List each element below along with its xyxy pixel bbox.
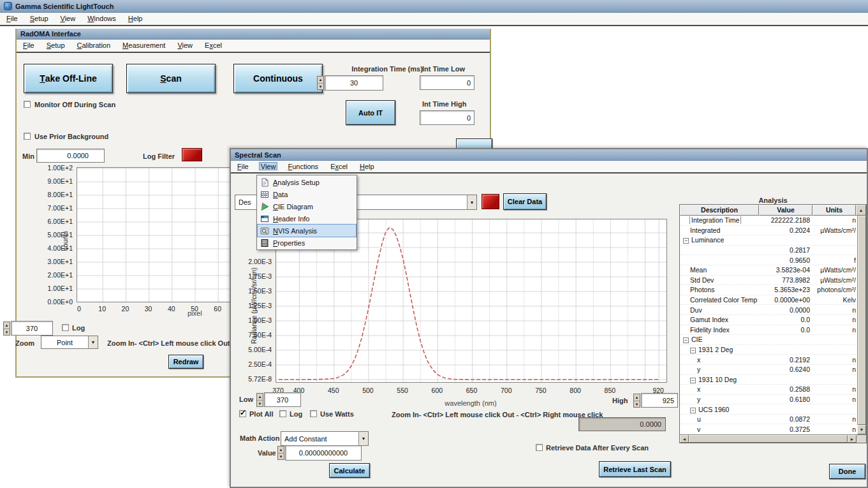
table-row[interactable]: −UCS 1960 <box>680 404 866 415</box>
integration-time-stepper[interactable]: ▲▼ <box>317 76 324 90</box>
math-action-dropdown[interactable]: Add Constant ▼ <box>281 431 369 446</box>
radoma-titlebar[interactable]: RadOMA Interface <box>17 29 490 40</box>
table-row[interactable]: x0.2192n <box>680 355 866 365</box>
take-offline-button[interactable]: Take Off-Line <box>24 64 113 93</box>
int-time-high-label: Int Time High <box>422 100 466 108</box>
high-field[interactable]: 925 <box>641 393 678 408</box>
value-cell: 0.9650 <box>759 256 813 264</box>
table-row[interactable]: x0.2588n <box>680 385 866 395</box>
low-stepper[interactable]: ▲▼ <box>256 393 263 407</box>
menu-excel[interactable]: Excel <box>203 41 223 49</box>
table-row[interactable]: y0.6180n <box>680 395 866 405</box>
column-header-value[interactable]: Value <box>759 205 813 216</box>
menu-windows[interactable]: Windows <box>86 15 117 22</box>
view-menu-item-header-info[interactable]: Header Info <box>258 212 356 225</box>
column-header-units[interactable]: Units <box>813 205 856 216</box>
menu-file[interactable]: File <box>5 15 19 22</box>
tree-collapse-icon[interactable]: − <box>683 337 689 343</box>
zoom-mode-dropdown[interactable]: Point ▼ <box>41 336 98 349</box>
tree-collapse-icon[interactable]: − <box>690 378 696 383</box>
table-row[interactable]: u0.0872n <box>680 415 866 425</box>
low-field[interactable]: 370 <box>264 392 301 407</box>
menu-file[interactable]: File <box>236 163 250 170</box>
column-header-description[interactable]: Description <box>680 205 759 216</box>
menu-help[interactable]: Help <box>127 15 144 22</box>
units-cell: n <box>813 356 857 364</box>
done-button[interactable]: Done <box>829 464 865 479</box>
view-menu-item-cie-diagram[interactable]: CIE Diagram <box>258 200 356 212</box>
retrieve-last-scan-button[interactable]: Retrieve Last Scan <box>599 461 671 477</box>
table-row[interactable]: Duv0.0000n <box>680 305 866 315</box>
main-titlebar[interactable]: Gamma Scientific LightTouch <box>0 0 868 13</box>
vertical-scrollbar[interactable] <box>857 216 866 425</box>
menu-functions[interactable]: Functions <box>286 163 320 170</box>
analysis-setup-icon <box>260 178 269 187</box>
view-menu-item-nvis-analysis[interactable]: NVIS Analysis <box>258 225 356 237</box>
log-checkbox[interactable] <box>279 410 286 417</box>
menu-view[interactable]: View <box>176 41 194 49</box>
horizontal-scrollbar[interactable]: ◄ ► <box>680 434 866 443</box>
view-menu-item-properties[interactable]: Properties <box>258 237 356 249</box>
table-row[interactable]: −Luminance <box>680 235 866 246</box>
tree-collapse-icon[interactable]: − <box>683 238 689 244</box>
table-row[interactable]: Gamut Index0.0n <box>680 315 866 325</box>
menu-setup[interactable]: Setup <box>45 41 66 49</box>
log-label: Log <box>72 324 85 332</box>
menu-measurement[interactable]: Measurement <box>121 41 166 49</box>
menu-file[interactable]: File <box>22 41 36 49</box>
menu-excel[interactable]: Excel <box>329 163 349 170</box>
scrollbar-left-button[interactable]: ◄ <box>680 435 689 443</box>
continuous-button[interactable]: Continuous <box>233 64 323 93</box>
table-row[interactable]: −1931 2 Deg <box>680 345 866 355</box>
use-prior-background-checkbox[interactable] <box>24 133 31 140</box>
table-row[interactable]: −1931 10 Deg <box>680 375 866 385</box>
table-row[interactable]: −CIE <box>680 335 866 345</box>
menu-help[interactable]: Help <box>358 163 376 170</box>
integration-time-field[interactable]: 30 <box>325 75 383 91</box>
scrollbar-up-button[interactable]: ▲ <box>856 205 866 216</box>
log-filter-led[interactable] <box>182 148 202 161</box>
scrollbar-right-button[interactable]: ► <box>848 435 857 443</box>
view-menu-item-label: CIE Diagram <box>273 203 313 211</box>
analysis-title: Analysis <box>728 196 818 204</box>
table-row[interactable]: Correlated Color Temp0.0000e+00Kelv <box>680 295 866 306</box>
high-stepper[interactable]: ▲▼ <box>633 394 640 408</box>
menu-setup[interactable]: Setup <box>29 15 50 22</box>
table-row[interactable]: 0.9650f <box>680 255 866 265</box>
auto-it-button[interactable]: Auto IT <box>346 100 395 125</box>
value-stepper[interactable]: ▲▼ <box>277 446 284 460</box>
table-row[interactable]: Mean3.5823e-04µWatts/cm²/ <box>680 265 866 276</box>
retrieve-after-scan-checkbox[interactable] <box>536 444 543 451</box>
value-field[interactable]: 0.00000000000 <box>285 445 362 461</box>
view-menu-item-analysis-setup[interactable]: Analysis Setup <box>258 176 356 188</box>
x-start-stepper[interactable]: ▲▼ <box>3 322 10 336</box>
scrollbar-down-button[interactable]: ▼ <box>857 425 866 434</box>
clear-data-button[interactable]: Clear Data <box>503 193 547 210</box>
plot-all-checkbox[interactable] <box>239 410 246 417</box>
calculate-button[interactable]: Calculate <box>329 463 370 478</box>
menu-calibration[interactable]: Calibration <box>76 41 112 49</box>
use-watts-checkbox[interactable] <box>310 410 317 417</box>
view-menu-item-data[interactable]: Data <box>258 188 356 200</box>
tree-collapse-icon[interactable]: − <box>690 408 696 413</box>
min-field[interactable]: 0.0000 <box>36 149 105 163</box>
menu-view[interactable]: View <box>59 15 77 22</box>
table-row[interactable]: v0.3725n <box>680 424 866 434</box>
tree-collapse-icon[interactable]: − <box>690 348 696 353</box>
monitor-off-checkbox[interactable] <box>24 101 31 108</box>
table-row[interactable]: Std Dev773.8982µWatts/cm²/ <box>680 276 866 286</box>
table-row[interactable]: Integrated0.2024µWatts/cm²/ <box>680 226 866 236</box>
scan-button[interactable]: Scan <box>126 64 216 93</box>
int-time-low-field: 0 <box>420 75 474 90</box>
spectral-titlebar[interactable]: Spectral Scan <box>231 149 867 161</box>
table-row[interactable]: y0.6240n <box>680 365 866 375</box>
x-start-field[interactable]: 370 <box>11 321 53 336</box>
table-row[interactable]: 0.2817 <box>680 246 866 256</box>
analysis-table[interactable]: Description Value Units ▲ Integration Ti… <box>679 204 867 443</box>
table-row[interactable]: Fidelity Index0.0n <box>680 325 866 336</box>
menu-view[interactable]: View <box>260 163 277 170</box>
table-row[interactable]: Photons5.3653e+23photons/cm²/ <box>680 285 866 295</box>
log-checkbox[interactable] <box>62 324 69 331</box>
table-row[interactable]: Integration Time222222.2188n <box>680 216 866 226</box>
redraw-button[interactable]: Redraw <box>168 355 203 369</box>
